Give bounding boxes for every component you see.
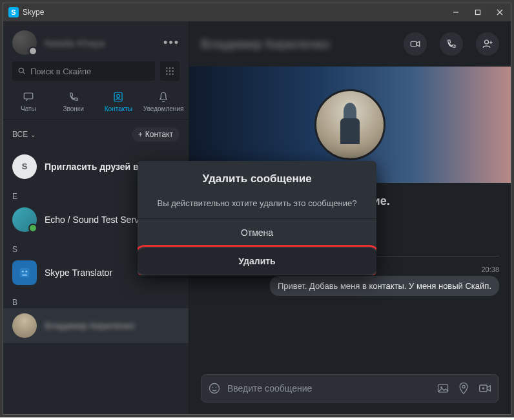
window-titlebar: S Skype (3, 3, 511, 21)
svg-text:S: S (22, 162, 28, 171)
video-call-button[interactable] (404, 32, 427, 56)
svg-point-10 (172, 74, 174, 75)
svg-point-6 (169, 70, 170, 72)
svg-rect-16 (20, 268, 30, 278)
phone-icon (446, 38, 457, 50)
contact-label: Skype Translator (45, 268, 112, 278)
svg-point-27 (462, 385, 465, 388)
svg-rect-19 (22, 275, 26, 276)
modal-delete-label: Удалить (238, 256, 275, 266)
skype-icon: S (12, 154, 37, 179)
add-contact-label: Контакт (145, 130, 173, 139)
svg-point-5 (166, 70, 167, 72)
record-video-button[interactable] (478, 382, 492, 395)
video-camera-icon (409, 38, 421, 50)
svg-point-13 (117, 94, 120, 98)
window-minimize-button[interactable] (445, 3, 467, 21)
svg-point-3 (169, 67, 170, 68)
svg-point-8 (166, 74, 167, 75)
window-maximize-button[interactable] (467, 3, 489, 21)
person-plus-icon (482, 38, 493, 50)
search-icon (17, 67, 26, 76)
profile-row[interactable]: Natalia Khaya ••• (3, 21, 189, 61)
filter-label[interactable]: ВСЕ (12, 130, 28, 139)
add-participant-button[interactable] (476, 32, 499, 56)
svg-point-7 (172, 70, 174, 72)
app-title: Skype (23, 8, 44, 17)
search-placeholder: Поиск в Скайпе (30, 67, 91, 76)
svg-point-24 (216, 387, 217, 388)
tab-label: Звонки (63, 105, 83, 112)
add-contact-button[interactable]: + Контакт (132, 127, 180, 142)
svg-point-9 (169, 74, 170, 75)
contact-label: Владимир Кириленко (45, 320, 135, 331)
tab-chats[interactable]: Чаты (9, 91, 48, 112)
svg-point-17 (22, 271, 24, 273)
phone-icon (68, 91, 79, 103)
nav-tabs: Чаты Звонки Контакты (3, 87, 189, 120)
svg-point-4 (172, 67, 174, 68)
dialpad-icon (165, 67, 174, 76)
contact-label: Echo / Sound Test Service (45, 215, 150, 225)
location-button[interactable] (457, 382, 470, 395)
message-composer[interactable]: Введите сообщение (201, 374, 499, 403)
tab-label: Контакты (105, 105, 132, 112)
delete-message-modal: Удалить сообщение Вы действительно хотит… (138, 161, 376, 275)
modal-text: Вы действительно хотите удалить это сооб… (138, 198, 376, 218)
tab-calls[interactable]: Звонки (54, 91, 93, 112)
modal-delete-button[interactable]: Удалить (138, 247, 376, 275)
chat-title: Владимир Кириленко (201, 37, 330, 52)
svg-point-1 (19, 68, 23, 72)
svg-point-21 (485, 40, 489, 44)
modal-title: Удалить сообщение (148, 173, 366, 185)
more-menu-button[interactable]: ••• (163, 36, 180, 50)
search-input[interactable]: Поиск в Скайпе (12, 61, 155, 81)
emoji-button[interactable] (208, 382, 221, 395)
svg-point-22 (210, 384, 220, 394)
composer-placeholder: Введите сообщение (227, 383, 430, 394)
tab-label: Уведомления (143, 105, 184, 112)
message-time: 20:38 (481, 266, 499, 273)
modal-cancel-label: Отмена (241, 227, 273, 238)
translator-icon (12, 260, 37, 285)
contact-hero-avatar[interactable] (314, 89, 386, 160)
message-bubble[interactable]: Привет. Добавь меня в контакты. У меня н… (270, 276, 499, 296)
emoji-icon (208, 382, 221, 395)
dialpad-button[interactable] (160, 61, 180, 81)
self-name: Natalia Khaya (45, 37, 105, 48)
modal-cancel-button[interactable]: Отмена (138, 218, 376, 247)
tab-notifications[interactable]: Уведомления (144, 91, 183, 112)
skype-logo-icon: S (8, 7, 19, 17)
svg-point-2 (166, 67, 167, 68)
contact-avatar (12, 313, 37, 338)
svg-rect-20 (411, 41, 416, 47)
self-avatar[interactable] (12, 30, 37, 55)
message-row[interactable]: Привет. Добавь меня в контакты. У меня н… (201, 276, 499, 296)
audio-call-button[interactable] (440, 32, 463, 56)
svg-rect-0 (476, 10, 480, 15)
contacts-icon (112, 91, 124, 103)
location-pin-icon (457, 382, 470, 395)
plus-icon: + (138, 130, 143, 139)
contact-avatar (12, 207, 37, 232)
chat-header: Владимир Кириленко (189, 21, 511, 67)
tab-contacts[interactable]: Контакты (99, 91, 138, 112)
chevron-down-icon: ⌄ (30, 131, 36, 138)
attach-media-button[interactable] (437, 382, 449, 395)
chat-icon (23, 91, 34, 103)
svg-point-18 (25, 271, 27, 273)
tab-label: Чаты (21, 105, 36, 112)
video-clip-icon (478, 382, 492, 395)
image-icon (437, 382, 449, 395)
svg-point-23 (212, 387, 214, 388)
bell-icon (158, 91, 169, 103)
contact-item-selected[interactable]: Владимир Кириленко (3, 308, 189, 343)
svg-rect-12 (114, 92, 122, 101)
svg-point-29 (482, 387, 484, 389)
section-header: В (3, 290, 189, 308)
svg-rect-11 (24, 93, 33, 99)
window-close-button[interactable] (489, 3, 511, 21)
